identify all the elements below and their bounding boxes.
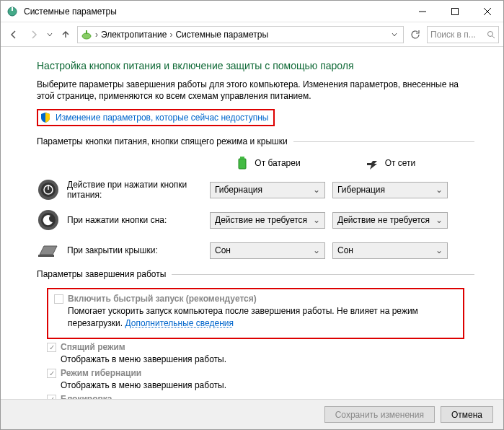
svg-rect-17 (38, 255, 54, 257)
lid-ac-select[interactable]: Сон⌄ (332, 242, 448, 259)
power-button-icon (37, 178, 60, 201)
search-input[interactable]: Поиск в п... (427, 26, 499, 43)
svg-rect-1 (12, 7, 13, 11)
section-header-buttons: Параметры кнопки питания, кнопки спящего… (37, 136, 474, 146)
sleep-button-battery-select[interactable]: Действие не требуется⌄ (210, 212, 325, 229)
nav-bar: › Электропитание › Системные параметры П… (1, 22, 503, 47)
unlock-settings-link[interactable]: Изменение параметров, которые сейчас нед… (56, 113, 269, 123)
chevron-right-icon: › (95, 30, 98, 40)
svg-line-8 (492, 36, 495, 38)
lid-close-row: При закрытии крышки: Сон⌄ Сон⌄ (37, 239, 474, 262)
battery-icon (234, 155, 250, 171)
page-description: Выберите параметры завершения работы для… (37, 79, 474, 102)
power-button-row: Действие при нажатии кнопки питания: Гиб… (37, 178, 474, 201)
svg-point-7 (488, 31, 493, 36)
svg-rect-10 (240, 157, 244, 159)
sleep-button-icon (37, 209, 60, 232)
svg-point-6 (82, 33, 91, 39)
hibernate-checkbox[interactable] (47, 369, 56, 378)
svg-rect-3 (451, 8, 458, 14)
minimize-button[interactable] (406, 1, 438, 22)
window-title: Системные параметры (24, 6, 406, 17)
section-header-shutdown: Параметры завершения работы (37, 269, 474, 279)
history-dropdown[interactable] (45, 27, 54, 42)
sleep-button-ac-select[interactable]: Действие не требуется⌄ (332, 212, 448, 229)
sleep-button-row: При нажатии кнопки сна: Действие не треб… (37, 209, 474, 232)
title-bar: Системные параметры (1, 1, 503, 22)
lid-battery-select[interactable]: Сон⌄ (210, 242, 325, 259)
up-button[interactable] (57, 26, 74, 43)
cancel-button[interactable]: Отмена (441, 406, 493, 423)
fast-startup-checkbox[interactable] (54, 294, 63, 304)
forward-button[interactable] (25, 26, 43, 43)
save-button[interactable]: Сохранить изменения (324, 406, 435, 423)
back-button[interactable] (5, 26, 22, 43)
chevron-right-icon: › (169, 30, 172, 40)
sleep-checkbox[interactable] (47, 343, 56, 352)
close-button[interactable] (471, 1, 503, 22)
app-icon (6, 6, 18, 17)
fast-startup-box: Включить быстрый запуск (рекомендуется) … (47, 288, 464, 338)
fast-startup-desc: Помогает ускорить запуск компьютера посл… (68, 305, 457, 328)
page-title: Настройка кнопок питания и включение защ… (37, 60, 474, 71)
power-button-battery-select[interactable]: Гибернация⌄ (210, 182, 325, 198)
svg-rect-9 (239, 159, 246, 169)
search-icon (487, 30, 495, 39)
power-button-ac-select[interactable]: Гибернация⌄ (332, 182, 448, 198)
refresh-button[interactable] (407, 26, 424, 43)
address-dropdown[interactable] (389, 32, 400, 38)
more-info-link[interactable]: Дополнительные сведения (125, 318, 233, 328)
footer-bar: Сохранить изменения Отмена (1, 399, 503, 429)
plug-icon (365, 155, 381, 171)
breadcrumb-seg[interactable]: Электропитание (101, 30, 167, 40)
breadcrumb-seg[interactable]: Системные параметры (175, 30, 268, 40)
unlock-settings-link-box: Изменение параметров, которые сейчас нед… (37, 109, 275, 126)
laptop-lid-icon (37, 239, 60, 262)
power-plan-icon (81, 29, 92, 40)
shield-icon (40, 112, 51, 123)
address-bar[interactable]: › Электропитание › Системные параметры (77, 26, 404, 43)
content-area: Настройка кнопок питания и включение защ… (1, 47, 503, 399)
lock-checkbox[interactable] (47, 395, 56, 399)
search-placeholder: Поиск в п... (430, 30, 476, 40)
maximize-button[interactable] (438, 1, 471, 22)
columns-header: От батареи От сети (37, 155, 474, 171)
